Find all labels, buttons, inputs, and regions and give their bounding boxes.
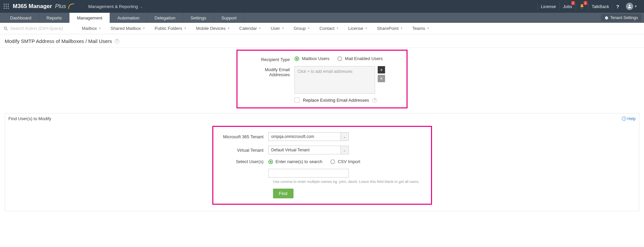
radio-csv-import[interactable]: CSV Import <box>330 159 360 164</box>
tab-delegation[interactable]: Delegation <box>147 13 183 23</box>
panel-title: Find User(s) to Modify <box>8 116 51 121</box>
subnav-shared-mailbox[interactable]: Shared Mailbox▼ <box>106 26 150 31</box>
subnav-calendar[interactable]: Calendar▼ <box>234 26 266 31</box>
chevron-down-icon: ⌄ <box>140 5 143 8</box>
brand-swoosh-icon <box>67 3 75 10</box>
subnav-teams[interactable]: Teams▼ <box>408 26 434 31</box>
caret-down-icon: ▼ <box>400 27 403 30</box>
find-users-box: Microsoft 365 Tenant ompqa.onmicrosoft.c… <box>212 126 432 205</box>
caret-down-icon: ▼ <box>308 27 310 30</box>
chevron-down-icon: ⌄ <box>343 135 346 139</box>
page-title: Modify SMTP Address of Mailboxes / Mail … <box>5 38 112 44</box>
select-users-label: Select User(s) <box>218 159 268 164</box>
radio-dot-icon <box>268 159 273 164</box>
radio-mailbox-users[interactable]: Mailbox Users <box>294 56 329 61</box>
modify-settings-box: Recipient Type Mailbox Users Mail Enable… <box>236 50 408 108</box>
tenant-label: Microsoft 365 Tenant <box>218 134 268 139</box>
search-icon <box>3 26 8 31</box>
tenant-value: ompqa.onmicrosoft.com <box>269 134 340 139</box>
page-help-icon[interactable]: ? <box>115 39 119 44</box>
svg-rect-4 <box>6 6 7 7</box>
svg-point-9 <box>73 3 74 5</box>
module-dropdown[interactable]: Management & Reporting ⌄ <box>88 4 143 9</box>
replace-help-icon[interactable]: ? <box>372 98 377 103</box>
brand-logo: M365 Manager Plus <box>13 3 75 10</box>
plus-icon: + <box>380 67 383 72</box>
vtenant-dropdown-button[interactable]: ⌄ <box>340 146 348 154</box>
panel-help-link[interactable]: ?Help <box>622 116 636 121</box>
tab-management[interactable]: Management <box>69 13 110 23</box>
close-icon: × <box>380 76 383 81</box>
vtenant-value: Default Virtual Tenant <box>269 148 340 152</box>
tenant-settings-button[interactable]: Tenant Settings <box>601 14 641 21</box>
remove-address-button[interactable]: × <box>378 75 385 82</box>
subnav-mobile-devices[interactable]: Mobile Devices▼ <box>191 26 234 31</box>
svg-rect-3 <box>4 6 5 7</box>
notifications-button[interactable]: 2 <box>576 3 588 10</box>
radio-dot-icon <box>330 159 335 164</box>
module-dropdown-label: Management & Reporting <box>88 4 138 9</box>
subnav-license[interactable]: License▼ <box>343 26 372 31</box>
user-avatar-icon <box>626 3 633 10</box>
radio-enter-names[interactable]: Enter name(s) to search <box>268 159 322 164</box>
search-input[interactable] <box>10 26 70 31</box>
chevron-down-icon: ⌄ <box>343 148 346 152</box>
apps-grid-icon[interactable] <box>3 3 9 9</box>
caret-down-icon: ▼ <box>227 27 230 30</box>
caret-down-icon: ▼ <box>184 27 186 30</box>
user-names-input[interactable] <box>268 169 349 178</box>
svg-rect-0 <box>4 4 5 5</box>
svg-rect-8 <box>8 8 9 9</box>
names-hint: Use comma to enter multiple names eg. jo… <box>273 179 427 185</box>
modify-addresses-label: Modify Email Addresses <box>244 66 294 94</box>
radio-dot-icon <box>294 56 299 61</box>
svg-rect-5 <box>8 6 9 7</box>
license-link[interactable]: License <box>537 3 559 10</box>
svg-rect-7 <box>6 8 7 9</box>
subnav-group[interactable]: Group▼ <box>289 26 315 31</box>
tab-reports[interactable]: Reports <box>39 13 70 23</box>
tab-support[interactable]: Support <box>214 13 245 23</box>
caret-down-icon: ▼ <box>336 27 339 30</box>
tab-dashboard[interactable]: Dashboard <box>3 13 39 23</box>
radio-mail-enabled-users[interactable]: Mail Enabled Users <box>337 56 383 61</box>
svg-line-11 <box>6 29 8 30</box>
talkback-link[interactable]: TalkBack <box>588 3 612 10</box>
find-users-panel: Find User(s) to Modify ?Help Microsoft 3… <box>5 113 639 211</box>
tenant-select[interactable]: ompqa.onmicrosoft.com ⌄ <box>268 132 349 141</box>
jobs-link[interactable]: Jobs 2 <box>559 3 575 10</box>
svg-rect-2 <box>8 4 9 5</box>
help-circle-icon: ? <box>622 116 626 121</box>
subnav-contact[interactable]: Contact▼ <box>315 26 343 31</box>
subnav-user[interactable]: User▼ <box>266 26 289 31</box>
caret-down-icon: ▼ <box>259 27 261 30</box>
caret-down-icon: ▼ <box>99 27 101 30</box>
replace-existing-checkbox[interactable] <box>294 98 300 103</box>
tab-settings[interactable]: Settings <box>183 13 214 23</box>
caret-down-icon: ▼ <box>281 27 284 30</box>
vtenant-select[interactable]: Default Virtual Tenant ⌄ <box>268 146 349 154</box>
caret-down-icon: ▼ <box>365 27 368 30</box>
jobs-badge: 2 <box>571 1 575 5</box>
recipient-type-label: Recipient Type <box>244 56 294 62</box>
svg-point-10 <box>4 27 6 29</box>
tenant-dropdown-button[interactable]: ⌄ <box>340 133 348 141</box>
tab-automation[interactable]: Automation <box>110 13 147 23</box>
add-address-button[interactable]: + <box>378 66 385 73</box>
email-addresses-textarea[interactable]: Click + to add email addresses <box>294 66 375 94</box>
jobs-link-label: Jobs <box>563 4 572 9</box>
svg-rect-6 <box>4 8 5 9</box>
help-button[interactable]: ? <box>612 3 623 10</box>
caret-down-icon: ▼ <box>427 27 429 30</box>
brand-main: M365 Manager <box>13 3 52 9</box>
subnav-sharepoint[interactable]: SharePoint▼ <box>372 26 408 31</box>
find-button[interactable]: Find <box>273 189 293 198</box>
radio-dot-icon <box>337 56 342 61</box>
vtenant-label: Virtual Tenant <box>218 148 268 153</box>
user-menu[interactable]: ▼ <box>623 3 641 10</box>
subnav-public-folders[interactable]: Public Folders▼ <box>150 26 191 31</box>
help-icon: ? <box>616 4 619 9</box>
subnav-mailbox[interactable]: Mailbox▼ <box>77 26 106 31</box>
replace-existing-label: Replace Existing Email Addresses <box>303 98 369 103</box>
svg-rect-1 <box>6 4 7 5</box>
